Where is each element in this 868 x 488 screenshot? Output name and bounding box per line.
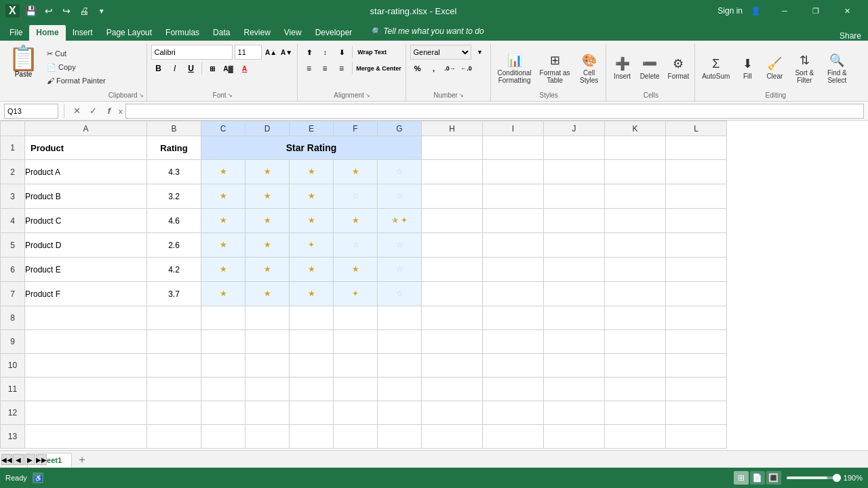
cell-f2[interactable]: ★ — [334, 160, 378, 184]
cell-j3[interactable] — [544, 184, 605, 209]
border-button[interactable]: ⊞ — [205, 61, 220, 76]
clear-button[interactable]: 🧹 Clear — [762, 50, 787, 87]
insert-button[interactable]: ➕ Insert — [610, 50, 635, 87]
col-header-i[interactable]: I — [483, 121, 544, 136]
cell-c5[interactable]: ★ — [201, 233, 245, 258]
row-header-4[interactable]: 4 — [1, 209, 25, 233]
align-bottom-button[interactable]: ⬇ — [334, 45, 349, 60]
cell-e6[interactable]: ★ — [290, 258, 334, 282]
cell-j4[interactable] — [544, 209, 605, 233]
cell-b1[interactable]: Rating — [147, 136, 201, 160]
cell-e7[interactable]: ★ — [290, 282, 334, 306]
increase-font-button[interactable]: A▲ — [264, 45, 279, 60]
font-color-button[interactable]: A — [237, 61, 252, 76]
cell-l4[interactable] — [666, 209, 727, 233]
cell-h6[interactable] — [422, 258, 483, 282]
cell-e3[interactable]: ★ — [290, 184, 334, 209]
minimize-button[interactable]: ─ — [769, 0, 800, 22]
cell-d4[interactable]: ★ — [245, 209, 290, 233]
next-sheet-button[interactable]: ▶ — [24, 454, 35, 465]
cell-d3[interactable]: ★ — [245, 184, 290, 209]
merge-center-button[interactable]: Merge & Center — [355, 61, 403, 76]
alignment-expand-icon[interactable]: ↘ — [366, 92, 370, 98]
cell-b4[interactable]: 4.6 — [147, 209, 201, 233]
col-header-d[interactable]: D — [245, 121, 290, 136]
cell-l3[interactable] — [666, 184, 727, 209]
save-qat-button[interactable]: 💾 — [24, 3, 39, 18]
cell-c3[interactable]: ★ — [201, 184, 245, 209]
number-format-expand-button[interactable]: ▼ — [473, 45, 488, 60]
col-header-e[interactable]: E — [290, 121, 334, 136]
customize-qat-button[interactable]: ▼ — [94, 3, 109, 18]
col-header-l[interactable]: L — [666, 121, 727, 136]
font-name-input[interactable] — [151, 45, 233, 60]
cell-f4[interactable]: ★ — [334, 209, 378, 233]
cell-i7[interactable] — [483, 282, 544, 306]
tab-insert[interactable]: Insert — [66, 25, 100, 41]
font-size-input[interactable] — [235, 45, 262, 60]
normal-view-button[interactable]: ⊞ — [734, 471, 749, 485]
row-header-8[interactable]: 8 — [1, 306, 25, 330]
cell-d6[interactable]: ★ — [245, 258, 290, 282]
cell-f5[interactable]: ☆ — [334, 233, 378, 258]
increase-decimal-button[interactable]: .0→ — [443, 61, 458, 76]
cell-styles-button[interactable]: 🎨 CellStyles — [576, 50, 603, 87]
cell-l2[interactable] — [666, 160, 727, 184]
cell-f6[interactable]: ★ — [334, 258, 378, 282]
cell-f7[interactable]: ✦ — [334, 282, 378, 306]
cell-l5[interactable] — [666, 233, 727, 258]
cell-j5[interactable] — [544, 233, 605, 258]
cell-h1[interactable] — [422, 136, 483, 160]
cell-g7[interactable]: ☆ — [378, 282, 422, 306]
cell-i1[interactable] — [483, 136, 544, 160]
comma-button[interactable]: , — [427, 61, 441, 76]
cell-a6[interactable]: Product E — [25, 258, 147, 282]
fill-button[interactable]: ⬇ Fill — [735, 50, 760, 87]
cell-e4[interactable]: ★ — [290, 209, 334, 233]
col-header-b[interactable]: B — [147, 121, 201, 136]
cell-k5[interactable] — [605, 233, 666, 258]
col-header-f[interactable]: F — [334, 121, 378, 136]
align-right-button[interactable]: ≡ — [334, 61, 349, 76]
spreadsheet-container[interactable]: A B C D E F G H I J K L 1 Pro — [0, 121, 868, 450]
cell-h2[interactable] — [422, 160, 483, 184]
tab-page-layout[interactable]: Page Layout — [100, 25, 159, 41]
cell-a4[interactable]: Product C — [25, 209, 147, 233]
row-header-9[interactable]: 9 — [1, 330, 25, 354]
cell-c6[interactable]: ★ — [201, 258, 245, 282]
wrap-text-button[interactable]: Wrap Text — [355, 45, 389, 60]
cell-c7[interactable]: ★ — [201, 282, 245, 306]
percent-button[interactable]: % — [410, 61, 425, 76]
share-button[interactable]: Share — [840, 31, 868, 41]
add-sheet-button[interactable]: ＋ — [75, 453, 90, 466]
row-header-10[interactable]: 10 — [1, 354, 25, 378]
col-header-k[interactable]: K — [605, 121, 666, 136]
tab-formulas[interactable]: Formulas — [159, 25, 206, 41]
cell-h5[interactable] — [422, 233, 483, 258]
row-header-3[interactable]: 3 — [1, 184, 25, 209]
cell-j7[interactable] — [544, 282, 605, 306]
cell-c4[interactable]: ★ — [201, 209, 245, 233]
underline-button[interactable]: U — [184, 61, 199, 76]
cell-b5[interactable]: 2.6 — [147, 233, 201, 258]
cell-b3[interactable]: 3.2 — [147, 184, 201, 209]
row-header-2[interactable]: 2 — [1, 160, 25, 184]
cell-h7[interactable] — [422, 282, 483, 306]
conditional-formatting-button[interactable]: 📊 ConditionalFormatting — [495, 50, 534, 87]
cell-g4[interactable]: ★★ ✦ — [378, 209, 422, 233]
cut-button[interactable]: ✂ Cut — [44, 47, 108, 60]
cell-k6[interactable] — [605, 258, 666, 282]
col-header-c[interactable]: C — [201, 121, 245, 136]
cell-a8[interactable] — [25, 306, 147, 330]
row-header-6[interactable]: 6 — [1, 258, 25, 282]
align-left-button[interactable]: ≡ — [302, 61, 317, 76]
tab-file[interactable]: File — [3, 25, 29, 41]
cell-g6[interactable]: ☆ — [378, 258, 422, 282]
cell-i3[interactable] — [483, 184, 544, 209]
format-button[interactable]: ⚙ Format — [665, 50, 692, 87]
delete-button[interactable]: ➖ Delete — [637, 50, 663, 87]
paste-button[interactable]: 📋 Paste — [5, 45, 41, 79]
decrease-decimal-button[interactable]: ←.0 — [459, 61, 474, 76]
sign-in-button[interactable]: Sign in — [717, 6, 743, 16]
cell-b7[interactable]: 3.7 — [147, 282, 201, 306]
